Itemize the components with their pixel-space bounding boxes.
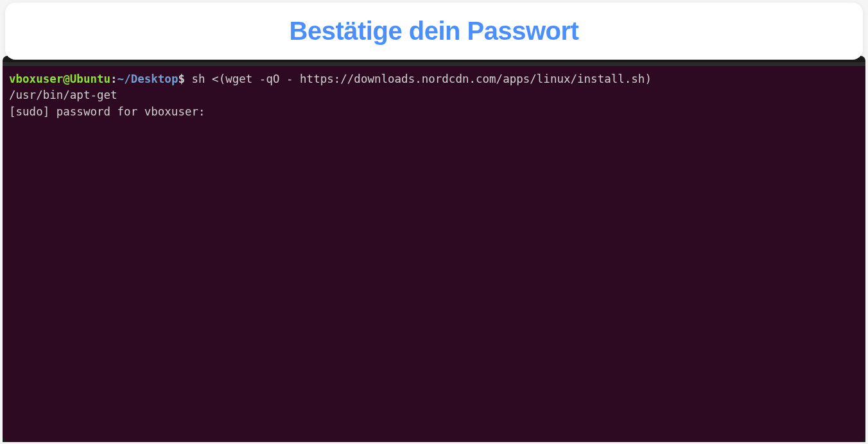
terminal-body[interactable]: vboxuser@Ubuntu:~/Desktop$ sh <(wget -qO… [3, 66, 865, 442]
sudo-password-prompt[interactable]: [sudo] password for vboxuser: [9, 104, 859, 120]
terminal-prompt-line: vboxuser@Ubuntu:~/Desktop$ sh <(wget -qO… [9, 71, 859, 87]
terminal-output-line: /usr/bin/apt-get [9, 87, 859, 103]
prompt-user-host: vboxuser@Ubuntu [9, 73, 110, 85]
instruction-title: Bestätige dein Passwort [18, 17, 850, 46]
instruction-banner: Bestätige dein Passwort [5, 3, 863, 60]
prompt-path: ~/Desktop [117, 73, 178, 85]
terminal-command: sh <(wget -qO - https://downloads.nordcd… [185, 73, 652, 85]
prompt-separator: : [110, 73, 117, 85]
terminal-window: vboxuser@Ubuntu:~/Desktop$ sh <(wget -qO… [3, 56, 865, 442]
prompt-symbol: $ [178, 73, 185, 85]
